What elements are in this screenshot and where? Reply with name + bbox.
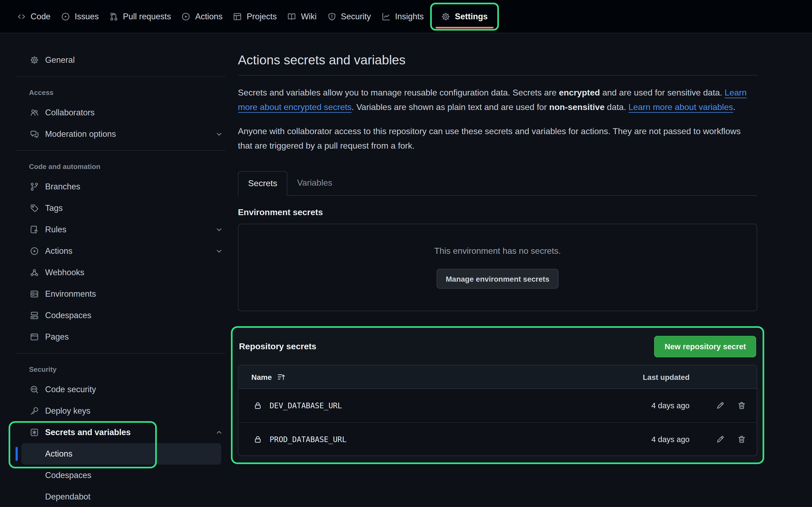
sidebar-item-environments[interactable]: Environments	[16, 283, 228, 305]
sidebar-item-general[interactable]: General	[16, 49, 228, 71]
sidebar-item-label: General	[45, 55, 74, 65]
sidebar-item-secrets-and-variables[interactable]: Secrets and variables	[16, 422, 228, 443]
secret-name-cell: DEV_DATABASE_URL	[239, 401, 609, 410]
gear-icon	[442, 12, 450, 21]
server-icon	[30, 290, 39, 298]
shield-icon	[327, 12, 336, 21]
edit-secret-button[interactable]	[716, 435, 724, 443]
tab-label: Projects	[247, 11, 277, 21]
tab-label: Pull requests	[123, 11, 171, 21]
sidebar-item-collaborators[interactable]: Collaborators	[16, 102, 228, 123]
play-circle-icon	[30, 247, 39, 256]
sidebar-subitem-codespaces[interactable]: Codespaces	[16, 465, 228, 486]
tab-label: Settings	[455, 11, 488, 21]
book-icon	[288, 12, 296, 21]
key-icon	[30, 407, 39, 415]
tab-insights[interactable]: Insights	[376, 6, 429, 27]
git-pull-request-icon	[110, 12, 118, 21]
secret-name: DEV_DATABASE_URL	[269, 401, 342, 410]
sidebar-item-actions[interactable]: Actions	[16, 240, 228, 262]
lock-icon	[253, 401, 262, 410]
secret-name: PROD_DATABASE_URL	[269, 435, 347, 443]
manage-environment-secrets-button[interactable]: Manage environment secrets	[437, 269, 559, 289]
learn-more-link[interactable]: Learn more about variables	[628, 103, 733, 112]
sidebar-item-label: Collaborators	[45, 108, 95, 117]
sidebar-item-code-security[interactable]: Code security	[16, 379, 228, 400]
sidebar-item-branches[interactable]: Branches	[16, 176, 228, 198]
tag-icon	[30, 204, 39, 213]
tab-label: Code	[31, 11, 50, 21]
selected-item-accent-bar	[15, 447, 18, 461]
project-table-icon	[233, 12, 242, 21]
sidebar-item-rules[interactable]: Rules	[16, 219, 228, 240]
settings-tab-annotation: Settings	[430, 2, 499, 30]
repo-tab-bar: Code Issues Pull requests Actions Projec…	[0, 0, 812, 33]
edit-secret-button[interactable]	[716, 401, 724, 410]
sidebar-item-label: Actions	[45, 246, 72, 256]
pencil-icon	[716, 401, 724, 410]
secret-row-actions	[690, 401, 757, 410]
tab-label: Actions	[195, 11, 222, 21]
secrets-variables-tabnav: Secrets Variables	[238, 171, 757, 196]
tab-secrets[interactable]: Secrets	[238, 171, 288, 196]
sidebar-item-label: Deploy keys	[45, 406, 91, 416]
github-settings-page: Code Issues Pull requests Actions Projec…	[0, 0, 812, 507]
tab-label: Insights	[395, 11, 424, 21]
sidebar-item-webhooks[interactable]: Webhooks	[16, 262, 228, 283]
pencil-icon	[716, 435, 724, 443]
settings-layout: General Access Collaborators Moderation …	[0, 33, 812, 507]
environment-secrets-box: This environment has no secrets. Manage …	[238, 224, 757, 311]
chevron-down-icon	[215, 225, 223, 234]
sidebar-subitem-actions-selected[interactable]: Actions	[21, 443, 221, 465]
new-repository-secret-button[interactable]: New repository secret	[654, 336, 756, 357]
sidebar-item-deploy-keys[interactable]: Deploy keys	[16, 400, 228, 422]
trash-icon	[738, 435, 746, 443]
column-header-last-updated: Last updated	[609, 373, 690, 381]
gear-icon	[30, 56, 39, 64]
sidebar-item-pages[interactable]: Pages	[16, 326, 228, 348]
name-column-label: Name	[251, 373, 272, 381]
delete-secret-button[interactable]	[738, 435, 746, 443]
sidebar-section-security: Security	[16, 359, 228, 379]
tab-settings-active[interactable]: Settings	[436, 6, 493, 27]
sidebar-item-label: Pages	[45, 332, 69, 342]
sidebar-item-label: Webhooks	[45, 268, 84, 277]
sidebar-item-label: Codespaces	[45, 311, 91, 320]
delete-secret-button[interactable]	[738, 401, 746, 410]
sort-ascending-icon[interactable]	[277, 373, 286, 381]
sidebar-subitem-actions-wrap: Actions	[16, 443, 228, 465]
chevron-down-icon	[215, 247, 223, 256]
secret-updated: 4 days ago	[609, 435, 690, 443]
repository-secrets-heading: Repository secrets	[239, 342, 316, 351]
secret-row-dev-database-url: DEV_DATABASE_URL 4 days ago	[239, 389, 757, 422]
sidebar-item-label: Environments	[45, 289, 96, 299]
tab-issues[interactable]: Issues	[56, 6, 104, 27]
sidebar-item-moderation-options[interactable]: Moderation options	[16, 123, 228, 145]
secret-row-prod-database-url: PROD_DATABASE_URL 4 days ago	[239, 422, 757, 455]
sidebar-item-label: Codespaces	[45, 470, 91, 480]
repository-secrets-annotation-box: Repository secrets New repository secret…	[231, 326, 764, 464]
sidebar-section-code-automation: Code and automation	[16, 156, 228, 176]
tab-pull-requests[interactable]: Pull requests	[104, 6, 176, 27]
repository-secrets-header: Repository secrets New repository secret	[239, 336, 756, 357]
tab-variables[interactable]: Variables	[288, 171, 342, 196]
codespaces-icon	[30, 311, 39, 320]
title-divider	[238, 75, 757, 76]
page-title: Actions secrets and variables	[238, 53, 757, 68]
sidebar-item-codespaces[interactable]: Codespaces	[16, 305, 228, 326]
tab-actions[interactable]: Actions	[176, 6, 228, 27]
sidebar-item-label: Actions	[45, 449, 72, 459]
git-branch-icon	[30, 182, 39, 191]
secret-updated: 4 days ago	[609, 401, 690, 410]
tab-code[interactable]: Code	[12, 6, 56, 27]
sidebar-item-tags[interactable]: Tags	[16, 198, 228, 219]
trash-icon	[738, 401, 746, 410]
sidebar-subitem-dependabot[interactable]: Dependabot	[16, 486, 228, 507]
tab-security[interactable]: Security	[322, 6, 376, 27]
environment-secrets-heading: Environment secrets	[238, 208, 757, 217]
sidebar-section-access: Access	[16, 82, 228, 102]
tab-wiki[interactable]: Wiki	[282, 6, 322, 27]
asterisk-box-icon	[30, 428, 39, 437]
settings-sidebar: General Access Collaborators Moderation …	[0, 33, 228, 507]
tab-projects[interactable]: Projects	[228, 6, 282, 27]
